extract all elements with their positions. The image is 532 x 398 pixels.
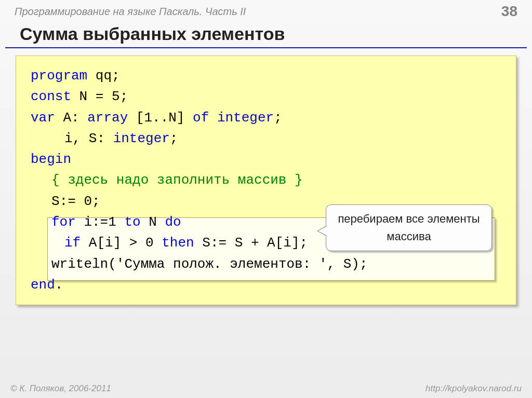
code-line: begin	[31, 149, 501, 170]
keyword: if	[64, 235, 81, 251]
keyword: const	[31, 89, 71, 104]
keyword: then	[162, 235, 194, 251]
slide-footer: © К. Поляков, 2006-2011 http://kpolyakov…	[0, 383, 532, 394]
code-text: N = 5;	[71, 89, 128, 104]
callout-bubble: перебираем все элементы массива	[326, 204, 492, 251]
footer-copyright: © К. Поляков, 2006-2011	[10, 383, 111, 394]
code-text: N	[141, 214, 165, 230]
code-line: i, S: integer;	[31, 128, 501, 149]
keyword: var	[31, 110, 55, 126]
code-text: S:= S + A[i];	[194, 235, 308, 251]
keyword: for	[51, 214, 76, 230]
footer-url: http://kpolyakov.narod.ru	[425, 383, 522, 394]
code-block: program qq; const N = 5; var A: array [1…	[16, 56, 516, 305]
code-text: ;	[170, 131, 178, 146]
keyword: integer	[113, 131, 170, 146]
page-number: 38	[501, 3, 517, 20]
code-text: writeln(	[51, 256, 116, 272]
slide-title: Сумма выбранных элементов	[5, 20, 527, 48]
keyword: do	[165, 214, 181, 230]
keyword: of	[193, 110, 209, 126]
code-text: A[i] > 0	[81, 235, 162, 251]
code-text: [1..N]	[128, 110, 193, 126]
code-text: S:= 0;	[51, 194, 100, 209]
code-line: writeln('Сумма полож. элементов: ', S);	[31, 254, 501, 275]
code-text: i, S:	[64, 131, 113, 146]
slide-header: Программирование на языке Паскаль. Часть…	[0, 0, 532, 20]
code-text: qq;	[87, 68, 119, 84]
header-subject: Программирование на языке Паскаль. Часть…	[15, 6, 246, 18]
keyword: begin	[31, 152, 71, 167]
string-literal: 'Сумма полож. элементов: '	[116, 256, 327, 272]
code-text	[209, 110, 217, 126]
code-line: const N = 5;	[31, 86, 501, 107]
code-line: var A: array [1..N] of integer;	[31, 107, 501, 128]
keyword: end	[31, 277, 55, 293]
code-text: ;	[274, 110, 282, 126]
code-line: program qq;	[31, 65, 501, 86]
code-line: { здесь надо заполнить массив }	[31, 170, 501, 190]
keyword: program	[31, 68, 87, 84]
comment: { здесь надо заполнить массив }	[51, 172, 303, 188]
keyword: to	[124, 214, 140, 230]
keyword: integer	[217, 110, 274, 126]
code-text: i:=1	[76, 214, 125, 230]
keyword: array	[87, 110, 128, 126]
code-line: end.	[31, 275, 501, 295]
code-text: .	[55, 277, 63, 293]
code-text: , S);	[327, 256, 368, 272]
code-text: A:	[55, 110, 87, 126]
